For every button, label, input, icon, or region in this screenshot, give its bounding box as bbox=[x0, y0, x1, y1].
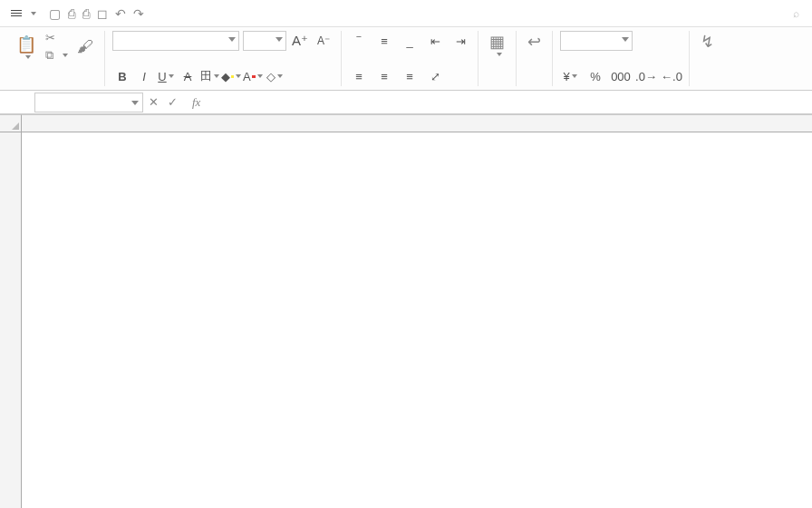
grid[interactable] bbox=[22, 132, 812, 508]
currency-button[interactable]: ¥ bbox=[560, 66, 580, 86]
save-icon[interactable]: ▢ bbox=[49, 6, 61, 21]
quick-access-toolbar: ▢ ⎙ ⎙ ◻ ↶ ↷ bbox=[49, 6, 144, 21]
chevron-down-icon[interactable] bbox=[131, 101, 139, 105]
redo-icon[interactable]: ↷ bbox=[133, 6, 144, 21]
format-painter-button[interactable]: 🖌 bbox=[73, 35, 97, 59]
cut-button[interactable]: ✂ bbox=[45, 31, 68, 44]
clear-format-button[interactable]: ◇ bbox=[265, 66, 285, 86]
orientation-button[interactable]: ⤢ bbox=[425, 66, 445, 86]
saveas-icon[interactable]: ⎙ bbox=[68, 6, 75, 21]
fx-icon[interactable]: fx bbox=[192, 95, 200, 110]
menu-bar: ▢ ⎙ ⎙ ◻ ↶ ↷ bbox=[0, 0, 812, 27]
border-button[interactable]: 田 bbox=[199, 66, 219, 86]
search-input[interactable] bbox=[793, 7, 807, 20]
number-format-select[interactable] bbox=[560, 31, 633, 51]
confirm-formula-icon[interactable]: ✓ bbox=[168, 95, 178, 109]
comma-button[interactable]: 000 bbox=[611, 66, 631, 86]
bold-button[interactable]: B bbox=[112, 66, 132, 86]
wrap-text-button[interactable]: ↩ bbox=[524, 31, 545, 54]
undo-icon[interactable]: ↶ bbox=[115, 6, 126, 21]
underline-button[interactable]: U bbox=[156, 66, 176, 86]
italic-button[interactable]: I bbox=[134, 66, 154, 86]
preview-icon[interactable]: ◻ bbox=[97, 6, 108, 21]
font-color-button[interactable]: A bbox=[243, 66, 263, 86]
chevron-down-icon bbox=[31, 12, 36, 15]
type-convert-button[interactable]: ↯ bbox=[697, 31, 718, 54]
copy-button[interactable]: ⧉ bbox=[45, 48, 68, 63]
strike-button[interactable]: A bbox=[178, 66, 198, 86]
align-center-button[interactable]: ≡ bbox=[374, 66, 394, 86]
file-menu[interactable] bbox=[5, 5, 42, 21]
grow-font-button[interactable]: A⁺ bbox=[290, 31, 310, 51]
indent-inc-button[interactable]: ⇥ bbox=[450, 31, 470, 51]
hamburger-icon bbox=[11, 8, 22, 18]
sheet-area bbox=[0, 114, 812, 508]
align-right-button[interactable]: ≡ bbox=[400, 66, 420, 86]
indent-dec-button[interactable]: ⇤ bbox=[425, 31, 445, 51]
paste-button[interactable]: 📋 bbox=[13, 34, 40, 61]
align-bot-button[interactable]: _ bbox=[400, 31, 420, 51]
ribbon: 📋 ✂ ⧉ 🖌 A⁺ A⁻ B I U A 田 ◆ A ◇ ‾ ≡ bbox=[0, 27, 812, 91]
font-size-select[interactable] bbox=[243, 31, 286, 51]
align-top-button[interactable]: ‾ bbox=[349, 31, 369, 51]
column-headers bbox=[22, 114, 812, 132]
name-box[interactable] bbox=[34, 93, 143, 112]
inc-decimal-button[interactable]: .0→ bbox=[636, 66, 656, 86]
align-mid-button[interactable]: ≡ bbox=[374, 31, 394, 51]
formula-input[interactable] bbox=[206, 93, 812, 112]
align-left-button[interactable]: ≡ bbox=[349, 66, 369, 86]
merge-center-button[interactable]: ▦ bbox=[486, 31, 508, 58]
cancel-formula-icon[interactable]: ✕ bbox=[149, 95, 159, 109]
formula-bar-row: ✕ ✓ fx bbox=[0, 91, 812, 114]
fill-color-button[interactable]: ◆ bbox=[221, 66, 241, 86]
shrink-font-button[interactable]: A⁻ bbox=[314, 31, 334, 51]
font-name-select[interactable] bbox=[112, 31, 239, 51]
name-box-input[interactable] bbox=[41, 96, 137, 109]
percent-button[interactable]: % bbox=[585, 66, 605, 86]
select-all-corner[interactable] bbox=[0, 114, 22, 132]
print-icon[interactable]: ⎙ bbox=[82, 6, 90, 21]
row-headers bbox=[0, 132, 22, 508]
dec-decimal-button[interactable]: ←.0 bbox=[662, 66, 682, 86]
